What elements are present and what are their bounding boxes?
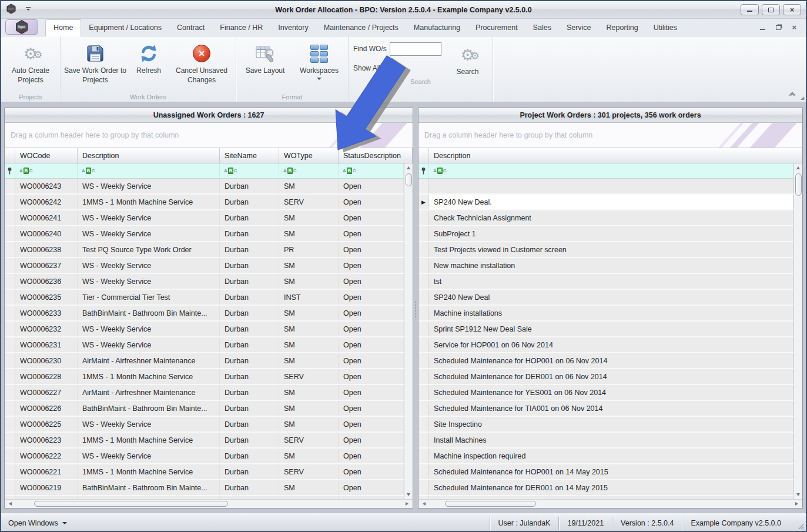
table-row[interactable]: WO0006238Test PQ Source Type Work OrderD… [5, 242, 404, 258]
table-row[interactable]: WO0006237WS - Weekly ServiceDurbanSMOpen [5, 258, 404, 274]
table-row[interactable]: WO0006231WS - Weekly ServiceDurbanSMOpen [5, 337, 404, 353]
table-row[interactable]: WO00062281MMS - 1 Month Machine ServiceD… [5, 369, 404, 385]
table-row[interactable]: WO0006236WS - Weekly ServiceDurbanSMOpen [5, 274, 404, 290]
refresh-button[interactable]: Refresh [128, 38, 169, 92]
search-button[interactable]: ⚙⚙ Search [447, 42, 488, 77]
table-row[interactable]: Check Technician Assignment [418, 210, 793, 226]
dialog-launcher-icon[interactable]: ◢ [801, 96, 804, 100]
table-row[interactable]: WO0006233BathBinMaint - Bathroom Bin Mai… [5, 306, 404, 322]
table-row[interactable]: Scheduled Maintenance for HOP001 on 06 N… [418, 353, 793, 369]
group-by-box[interactable]: Drag a column header here to group by th… [5, 123, 413, 148]
table-row[interactable]: Scheduled Maintenance for DER001 on 06 N… [418, 369, 793, 385]
table-row[interactable]: Site Inspectino [418, 417, 793, 433]
column-header-statusdescription[interactable]: StatusDescription [339, 148, 413, 163]
table-row[interactable]: WO0006225WS - Weekly ServiceDurbanSMOpen [5, 417, 404, 433]
table-row[interactable]: tst [418, 274, 793, 290]
scrollbar-thumb[interactable] [406, 173, 412, 186]
tab-maintenance-projects[interactable]: Maintenance / Projects [316, 20, 406, 36]
filter-cell-wocode[interactable]: ABC [15, 163, 78, 178]
column-header-wotype[interactable]: WOType [279, 148, 339, 163]
table-row[interactable]: SP240 New Deal [418, 290, 793, 306]
table-row[interactable]: WO0006232WS - Weekly ServiceDurbanSMOpen [5, 322, 404, 337]
application-button[interactable]: bpo [5, 19, 38, 35]
filter-cell-sitename[interactable]: ABC [220, 163, 279, 178]
column-header-sitename[interactable]: SiteName [220, 148, 279, 163]
table-row[interactable]: WO0006219BathBinMaint - Bathroom Bin Mai… [5, 480, 404, 496]
table-row[interactable]: WO0006240WS - Weekly ServiceDurbanSMOpen [5, 226, 404, 242]
cancel-unsaved-changes-button[interactable]: ✕ Cancel Unsaved Changes [169, 38, 234, 92]
workspaces-button[interactable]: Workspaces [292, 38, 346, 92]
save-work-order-button[interactable]: Save Work Order to Projects [62, 38, 128, 92]
scrollbar-thumb[interactable] [34, 501, 228, 507]
filter-pin-icon[interactable] [418, 163, 429, 178]
tab-procurement[interactable]: Procurement [468, 20, 525, 36]
filter-cell-description[interactable]: ABC [429, 163, 793, 178]
horizontal-scrollbar[interactable] [5, 499, 413, 508]
save-layout-button[interactable]: Save Layout [238, 38, 292, 92]
table-row[interactable]: SubProject 1 [418, 226, 793, 242]
table-row[interactable] [418, 179, 793, 195]
tab-inventory[interactable]: Inventory [270, 20, 316, 36]
table-row[interactable]: Machine inspection required [418, 449, 793, 464]
horizontal-scrollbar[interactable] [418, 499, 802, 508]
table-row[interactable]: Test Projects viewed in Customer screen [418, 242, 793, 258]
tab-sales[interactable]: Sales [525, 20, 559, 36]
table-row[interactable]: Machine installations [418, 306, 793, 322]
minimize-button[interactable] [741, 4, 759, 15]
filter-cell-statusdescription[interactable]: ABC [339, 163, 404, 178]
table-row[interactable]: Scheduled Maintenance for TIA001 on 06 N… [418, 401, 793, 417]
find-wo-input[interactable] [390, 42, 441, 56]
table-row[interactable]: WO0006243WS - Weekly ServiceDurbanSMOpen [5, 179, 404, 195]
vertical-scrollbar[interactable] [793, 163, 802, 499]
maximize-button[interactable] [762, 4, 780, 15]
close-button[interactable]: × [783, 4, 801, 15]
mdi-close-button[interactable]: × [792, 24, 796, 31]
resize-grip-icon[interactable] [796, 522, 805, 532]
tab-reporting[interactable]: Reporting [599, 20, 646, 36]
table-row[interactable]: ▶SP240 New Deal. [418, 195, 793, 210]
scroll-up-icon[interactable] [794, 163, 802, 172]
table-row[interactable]: WO0006222WS - Weekly ServiceDurbanSMOpen [5, 449, 404, 464]
column-header-description[interactable]: Description [429, 148, 802, 163]
scroll-down-icon[interactable] [794, 490, 802, 499]
column-header-description[interactable]: Description [78, 148, 220, 163]
column-header-wocode[interactable]: WOCode [15, 148, 78, 163]
show-all-checkbox[interactable] [392, 64, 401, 73]
table-row[interactable]: WO00062231MMS - 1 Month Machine ServiceD… [5, 433, 404, 449]
group-by-box[interactable]: Drag a column header here to group by th… [418, 123, 802, 148]
auto-create-projects-button[interactable]: ⚙⚙ Auto Create Projects [3, 38, 58, 92]
table-row[interactable]: WO0006226BathBinMaint - Bathroom Bin Mai… [5, 401, 404, 417]
tab-utilities[interactable]: Utilities [646, 20, 685, 36]
table-row[interactable]: Sprint SP1912 New Deal Sale [418, 322, 793, 337]
table-row[interactable]: Service for HOP001 on 06 Nov 2014 [418, 337, 793, 353]
filter-cell-description[interactable]: ABC [78, 163, 220, 178]
tab-contract[interactable]: Contract [169, 20, 212, 36]
table-row[interactable]: Scheduled Maintenance for YES001 on 06 N… [418, 385, 793, 401]
filter-pin-icon[interactable] [5, 163, 15, 178]
scroll-down-icon[interactable] [404, 490, 413, 499]
open-windows-dropdown[interactable]: Open Windows [8, 519, 67, 527]
mdi-restore-button[interactable] [776, 25, 781, 30]
panel-splitter[interactable] [413, 108, 418, 508]
table-row[interactable]: Install Machines [418, 433, 793, 449]
table-row[interactable]: Scheduled Maintenance for DER001 on 14 M… [418, 480, 793, 496]
table-row[interactable]: WO0006235Tier - Commercial Tier TestDurb… [5, 290, 404, 306]
table-row[interactable]: WO0006241WS - Weekly ServiceDurbanSMOpen [5, 210, 404, 226]
scroll-left-icon[interactable] [7, 502, 12, 506]
vertical-scrollbar[interactable] [404, 163, 413, 499]
scroll-up-icon[interactable] [404, 163, 413, 172]
table-row[interactable]: WO00062211MMS - 1 Month Machine ServiceD… [5, 464, 404, 480]
table-row[interactable]: New machine installation [418, 258, 793, 274]
scrollbar-thumb[interactable] [795, 173, 802, 196]
scroll-right-icon[interactable] [406, 502, 410, 506]
tab-service[interactable]: Service [559, 20, 599, 36]
tab-manufacturing[interactable]: Manufacturing [406, 20, 468, 36]
tab-equipment-locations[interactable]: Equipment / Locations [81, 20, 169, 36]
table-row[interactable]: WO00062421MMS - 1 Month Machine ServiceD… [5, 195, 404, 210]
table-row[interactable]: WO0006227AirMaint - Airfreshner Maintena… [5, 385, 404, 401]
table-row[interactable]: Scheduled Maintenance for HOP001 on 14 M… [418, 464, 793, 480]
collapse-ribbon-icon[interactable] [788, 88, 796, 99]
filter-cell-wotype[interactable]: ABC [279, 163, 339, 178]
tab-finance-hr[interactable]: Finance / HR [212, 20, 270, 36]
scroll-left-icon[interactable] [421, 502, 426, 506]
